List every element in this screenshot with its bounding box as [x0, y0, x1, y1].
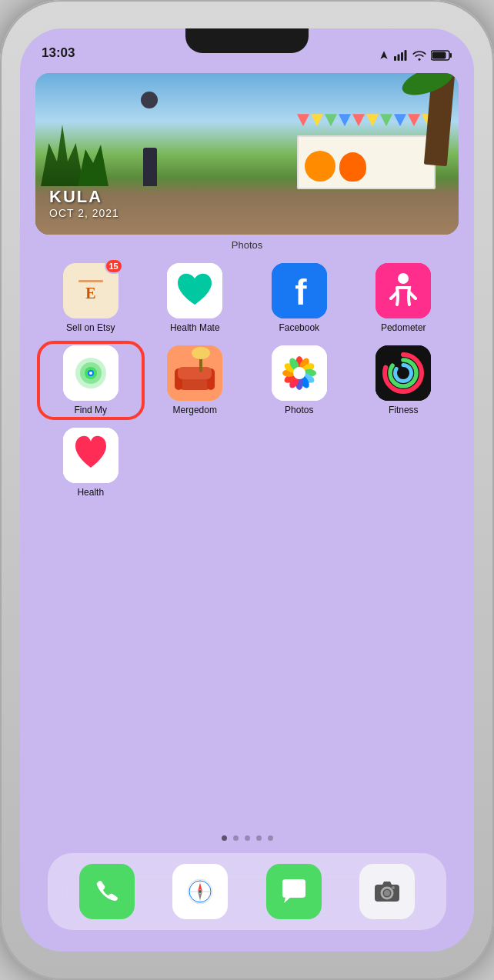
home-screen: KULA OCT 2, 2021 Photos E	[20, 65, 474, 952]
app-health-mate[interactable]: Health Mate	[146, 263, 245, 333]
mergedom-label: Mergedom	[173, 405, 217, 415]
safari-dock-icon	[172, 864, 228, 919]
camera-dock-icon	[359, 864, 415, 919]
etsy-label: Sell on Etsy	[66, 322, 115, 333]
photo-overlay: KULA OCT 2, 2021	[49, 187, 119, 219]
app-photos[interactable]: Photos	[250, 345, 349, 415]
health-icon	[63, 428, 118, 483]
healthmate-label: Health Mate	[170, 322, 220, 333]
location-icon	[379, 50, 389, 61]
facebook-icon: f	[272, 263, 327, 318]
photos-widget[interactable]: KULA OCT 2, 2021	[35, 73, 459, 235]
notch	[185, 28, 309, 53]
app-sell-on-etsy[interactable]: E 15 Sell on Etsy	[42, 263, 140, 333]
svg-point-41	[293, 367, 305, 379]
pedometer-label: Pedometer	[381, 322, 426, 333]
dot-2	[233, 835, 239, 841]
mergedom-icon	[167, 345, 222, 401]
phone-dock-icon	[79, 864, 135, 919]
dot-4	[256, 835, 262, 841]
facebook-label: Facebook	[279, 322, 319, 333]
svg-rect-25	[178, 367, 212, 379]
svg-point-56	[384, 890, 390, 896]
messages-dock-icon	[266, 864, 322, 919]
svg-rect-1	[398, 55, 400, 62]
app-fitness[interactable]: Fitness	[355, 345, 453, 415]
svg-rect-5	[450, 53, 452, 58]
app-facebook[interactable]: f Facebook	[250, 263, 349, 333]
photos-icon	[272, 345, 327, 401]
findmy-highlight-ring	[37, 341, 145, 420]
photo-date: OCT 2, 2021	[49, 207, 119, 219]
fitness-label: Fitness	[389, 405, 419, 415]
svg-rect-6	[432, 52, 446, 59]
svg-text:f: f	[295, 272, 307, 312]
svg-rect-3	[405, 50, 407, 61]
status-time: 13:03	[42, 45, 75, 61]
svg-rect-2	[401, 52, 403, 61]
svg-rect-8	[78, 280, 103, 282]
dot-3	[245, 835, 250, 841]
svg-point-27	[192, 347, 210, 359]
svg-rect-0	[394, 56, 396, 61]
dock-app-phone[interactable]	[63, 864, 151, 919]
photos-widget-label: Photos	[35, 239, 459, 251]
app-grid-row2: Find My	[35, 345, 459, 415]
photo-location: KULA	[49, 187, 119, 207]
dock-app-camera[interactable]	[344, 864, 432, 919]
pedometer-icon	[376, 263, 431, 318]
wifi-icon	[412, 50, 426, 61]
status-icons	[379, 50, 452, 61]
svg-point-53	[199, 890, 202, 893]
svg-point-14	[398, 273, 409, 284]
dot-1	[222, 835, 227, 841]
dock-app-safari[interactable]	[157, 864, 245, 919]
signal-icon	[394, 50, 408, 61]
fitness-icon	[376, 345, 431, 401]
app-health[interactable]: Health	[42, 428, 140, 498]
dock	[48, 853, 446, 930]
healthmate-icon	[167, 263, 222, 318]
phone-screen: 13:03	[20, 28, 474, 952]
health-label: Health	[77, 487, 104, 498]
app-grid-row1: E 15 Sell on Etsy	[35, 263, 459, 333]
app-grid-row3: Health	[35, 428, 459, 498]
svg-text:E: E	[85, 285, 95, 302]
etsy-icon: E 15	[63, 263, 118, 318]
etsy-badge: 15	[105, 258, 123, 274]
photos-label: Photos	[285, 405, 313, 415]
dock-app-messages[interactable]	[250, 864, 338, 919]
page-dots	[35, 835, 459, 841]
app-find-my[interactable]: Find My	[42, 345, 140, 415]
battery-icon	[431, 50, 452, 61]
svg-point-57	[392, 886, 395, 889]
app-mergedom[interactable]: Mergedom	[146, 345, 245, 415]
dot-5	[268, 835, 273, 841]
app-pedometer[interactable]: Pedometer	[355, 263, 453, 333]
phone-frame: 13:03	[0, 0, 494, 980]
svg-rect-13	[376, 263, 431, 318]
